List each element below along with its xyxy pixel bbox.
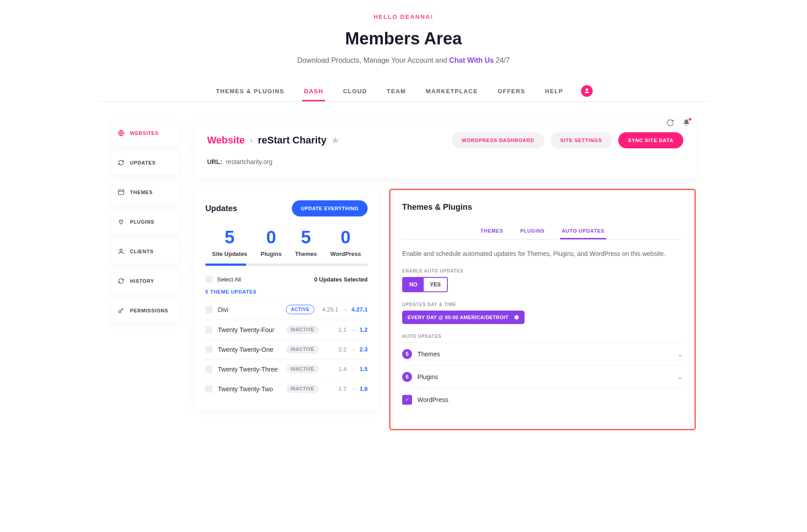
user-icon xyxy=(117,248,125,255)
svg-rect-1 xyxy=(118,190,124,195)
theme-updates-section-label: 5 THEME UPDATES xyxy=(205,289,368,294)
tp-tabs: THEMES PLUGINS AUTO UPDATES xyxy=(402,224,683,240)
version-from: 1.7 xyxy=(338,385,347,392)
auto-update-row-wordpress[interactable]: WordPress xyxy=(402,388,683,411)
nav-dash[interactable]: DASH xyxy=(302,82,325,101)
status-badge: ACTIVE xyxy=(286,305,314,314)
schedule-value: EVERY DAY @ 00:00 AMERICA/DETROIT xyxy=(408,315,508,320)
row-checkbox[interactable] xyxy=(205,366,213,373)
stat-site-updates: 5 Site Updates xyxy=(212,228,247,257)
auto-update-row-plugins[interactable]: 6 Plugins ⌄ xyxy=(402,365,683,388)
checked-badge xyxy=(402,395,412,405)
arrow-right-icon: → xyxy=(342,306,348,313)
status-badge: INACTIVE xyxy=(286,385,319,393)
toggle-yes[interactable]: YES xyxy=(424,278,447,291)
chevron-down-icon: ⌄ xyxy=(677,350,683,358)
select-all-checkbox[interactable] xyxy=(205,276,213,283)
wordpress-dashboard-button[interactable]: WORDPRESS DASHBOARD xyxy=(452,132,544,148)
version-from: 2.2 xyxy=(338,346,347,353)
status-badge: INACTIVE xyxy=(286,325,319,334)
au-row-label: Plugins xyxy=(417,373,438,381)
version-to: 1.5 xyxy=(360,366,368,372)
theme-name: Twenty Twenty-Four xyxy=(218,326,281,333)
row-checkbox[interactable] xyxy=(205,346,213,353)
tab-plugins[interactable]: PLUGINS xyxy=(518,224,547,239)
nav-themes-plugins[interactable]: THEMES & PLUGINS xyxy=(214,82,286,101)
auto-update-row-themes[interactable]: 5 Themes ⌄ xyxy=(402,342,683,365)
theme-name: Twenty Twenty-Three xyxy=(218,366,281,373)
nav-marketplace[interactable]: MARKETPLACE xyxy=(424,82,480,101)
update-row[interactable]: Twenty Twenty-One INACTIVE 2.2→2.3 xyxy=(205,339,368,359)
tp-description: Enable and schedule automated updates fo… xyxy=(402,249,683,259)
update-stats: 5 Site Updates 0 Plugins 5 Themes xyxy=(205,228,368,257)
history-icon xyxy=(117,277,125,285)
sidebar-label: PLUGINS xyxy=(130,219,155,225)
sidebar-item-history[interactable]: HISTORY xyxy=(111,269,179,293)
tab-themes[interactable]: THEMES xyxy=(479,224,505,239)
toggle-no[interactable]: NO xyxy=(403,278,424,291)
sidebar-item-clients[interactable]: CLIENTS xyxy=(111,240,179,263)
update-row[interactable]: Twenty Twenty-Two INACTIVE 1.7→1.8 xyxy=(205,379,368,398)
plug-icon xyxy=(117,218,125,225)
user-avatar-icon[interactable] xyxy=(581,85,593,97)
site-url[interactable]: restartcharity.org xyxy=(226,158,272,165)
sidebar-item-updates[interactable]: UPDATES xyxy=(111,151,179,174)
svg-point-3 xyxy=(119,310,121,312)
site-name: reStart Charity xyxy=(258,134,326,146)
sidebar-item-websites[interactable]: WEBSITES xyxy=(111,121,179,145)
version-to: 4.27.1 xyxy=(351,306,368,313)
chat-link[interactable]: Chat With Us xyxy=(449,56,494,64)
bell-icon[interactable] xyxy=(682,119,690,127)
arrow-right-icon: → xyxy=(350,346,356,353)
breadcrumb-root[interactable]: Website xyxy=(207,134,245,146)
theme-name: Divi xyxy=(218,306,281,313)
update-row[interactable]: Twenty Twenty-Three INACTIVE 1.4→1.5 xyxy=(205,359,368,379)
tab-auto-updates[interactable]: AUTO UPDATES xyxy=(560,224,606,239)
arrow-right-icon: → xyxy=(350,366,356,372)
update-row[interactable]: Twenty Twenty-Four INACTIVE 1.1→1.2 xyxy=(205,320,368,339)
sidebar-item-permissions[interactable]: PERMISSIONS xyxy=(111,299,179,322)
subtitle-post: 24/7 xyxy=(494,56,510,64)
stat-label: Site Updates xyxy=(212,251,247,257)
sidebar-item-themes[interactable]: THEMES xyxy=(111,181,179,204)
enable-auto-updates-label: ENABLE AUTO UPDATES xyxy=(402,268,683,273)
auto-updates-toggle[interactable]: NO YES xyxy=(402,277,448,292)
stat-value: 5 xyxy=(212,228,247,246)
page-subtitle: Download Products, Manage Your Account a… xyxy=(99,56,708,65)
nav-offers[interactable]: OFFERS xyxy=(496,82,527,101)
page-title: Members Area xyxy=(99,29,708,48)
sidebar-label: WEBSITES xyxy=(130,130,159,136)
count-badge: 5 xyxy=(402,349,412,359)
schedule-button[interactable]: EVERY DAY @ 00:00 AMERICA/DETROIT xyxy=(402,311,525,324)
globe-icon xyxy=(117,130,125,137)
version-from: 1.1 xyxy=(338,326,347,333)
row-checkbox[interactable] xyxy=(205,306,213,313)
sidebar-label: UPDATES xyxy=(130,160,156,165)
stat-themes: 5 Themes xyxy=(295,228,317,257)
nav-team[interactable]: TEAM xyxy=(385,82,408,101)
updates-card: Updates UPDATE EVERYTHING 5 Site Updates… xyxy=(195,189,378,410)
au-row-label: Themes xyxy=(417,350,440,358)
version-from: 4.25.1 xyxy=(322,306,338,313)
stat-value: 5 xyxy=(295,228,317,246)
star-icon[interactable]: ★ xyxy=(332,135,339,145)
stat-wordpress: 0 WordPress xyxy=(330,228,361,257)
updates-selected-count: 0 Updates Selected xyxy=(314,276,368,283)
stat-value: 0 xyxy=(330,228,361,246)
au-row-label: WordPress xyxy=(417,396,448,403)
updates-progress xyxy=(205,264,368,266)
site-settings-button[interactable]: SITE SETTINGS xyxy=(551,132,612,148)
sidebar-label: HISTORY xyxy=(130,278,154,284)
sync-site-data-button[interactable]: SYNC SITE DATA xyxy=(618,132,683,148)
update-row[interactable]: Divi ACTIVE 4.25.1→4.27.1 xyxy=(205,299,368,320)
row-checkbox[interactable] xyxy=(205,326,213,333)
refresh-icon[interactable] xyxy=(666,119,674,127)
count-badge: 6 xyxy=(402,372,412,382)
update-everything-button[interactable]: UPDATE EVERYTHING xyxy=(292,200,368,216)
sidebar-item-plugins[interactable]: PLUGINS xyxy=(111,210,179,234)
nav-help[interactable]: HELP xyxy=(543,82,565,101)
row-checkbox[interactable] xyxy=(205,385,213,393)
nav-cloud[interactable]: CLOUD xyxy=(341,82,369,101)
site-header-card: Website › reStart Charity ★ WORDPRESS DA… xyxy=(195,121,696,178)
greeting: HELLO DEANNA! xyxy=(99,13,708,20)
